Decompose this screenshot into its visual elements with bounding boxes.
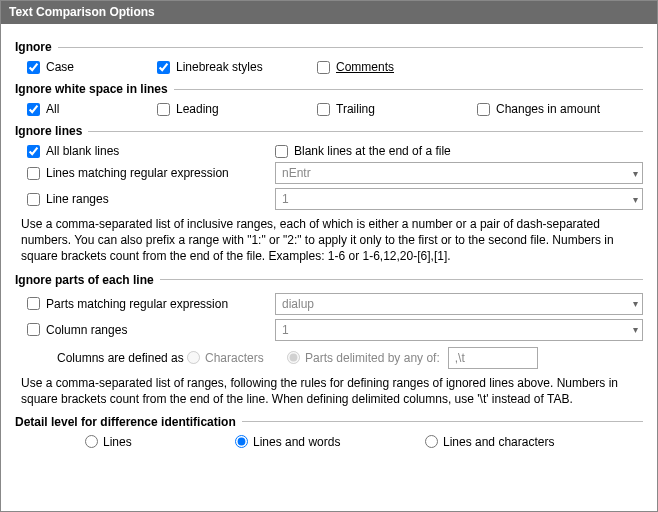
parts-regex-box[interactable] (27, 297, 40, 310)
divider (160, 279, 643, 280)
column-ranges-label: Column ranges (46, 323, 127, 337)
allblank-box[interactable] (27, 145, 40, 158)
ws-changes-label: Changes in amount (496, 102, 600, 116)
parts-delim-label: Parts delimited by any of: (305, 351, 440, 365)
window-title: Text Comparison Options (9, 5, 155, 19)
characters-radio-btn[interactable] (187, 351, 200, 364)
detail-lines-label: Lines (103, 435, 132, 449)
column-ranges-value: 1 (282, 323, 289, 337)
ws-leading-box[interactable] (157, 103, 170, 116)
ws-trailing-checkbox[interactable]: Trailing (317, 102, 477, 116)
lines-regex-checkbox[interactable]: Lines matching regular expression (27, 166, 275, 180)
detail-words-label: Lines and words (253, 435, 340, 449)
ws-trailing-box[interactable] (317, 103, 330, 116)
lines-regex-value: nEntr (282, 166, 311, 180)
ignoreparts-regex-row: Parts matching regular expression dialup… (27, 293, 643, 315)
characters-radio[interactable]: Characters (187, 351, 287, 365)
characters-label: Characters (205, 351, 264, 365)
columns-defined-label: Columns are defined as (27, 351, 187, 365)
section-ignore-header: Ignore (15, 40, 643, 54)
ignoreparts-ranges-row: Column ranges 1 ▾ (27, 319, 643, 341)
detail-chars-label: Lines and characters (443, 435, 554, 449)
detail-lines-btn[interactable] (85, 435, 98, 448)
whitespace-row: All Leading Trailing Changes in amount (27, 102, 643, 116)
blankend-checkbox[interactable]: Blank lines at the end of a file (275, 144, 451, 158)
ignorelines-regex-row: Lines matching regular expression nEntr … (27, 162, 643, 184)
section-ignoreparts-header: Ignore parts of each line (15, 273, 643, 287)
delim-textbox[interactable]: ,\t (448, 347, 538, 369)
blankend-box[interactable] (275, 145, 288, 158)
comments-checkbox[interactable]: Comments (317, 60, 394, 74)
divider (88, 131, 643, 132)
detail-words-radio[interactable]: Lines and words (235, 435, 425, 449)
line-ranges-label: Line ranges (46, 192, 109, 206)
delim-value: ,\t (455, 351, 465, 365)
lines-regex-label: Lines matching regular expression (46, 166, 229, 180)
parts-regex-combo[interactable]: dialup ▾ (275, 293, 643, 315)
section-whitespace-header: Ignore white space in lines (15, 82, 643, 96)
chevron-down-icon: ▾ (633, 324, 638, 335)
ignorelines-ranges-row: Line ranges 1 ▾ (27, 188, 643, 210)
section-detail-header: Detail level for difference identificati… (15, 415, 643, 429)
parts-regex-value: dialup (282, 297, 314, 311)
parts-delim-radio[interactable]: Parts delimited by any of: (287, 351, 440, 365)
case-checkbox[interactable]: Case (27, 60, 157, 74)
detail-lines-radio[interactable]: Lines (85, 435, 235, 449)
detail-row: Lines Lines and words Lines and characte… (85, 435, 643, 449)
linebreak-checkbox[interactable]: Linebreak styles (157, 60, 317, 74)
ws-changes-checkbox[interactable]: Changes in amount (477, 102, 600, 116)
ignoreparts-help: Use a comma-separated list of ranges, fo… (21, 375, 637, 407)
ws-leading-label: Leading (176, 102, 219, 116)
content-area: Ignore Case Linebreak styles Comments Ig… (1, 24, 657, 463)
lines-regex-combo[interactable]: nEntr ▾ (275, 162, 643, 184)
divider (58, 47, 643, 48)
lines-regex-box[interactable] (27, 167, 40, 180)
column-ranges-checkbox[interactable]: Column ranges (27, 323, 275, 337)
section-detail-label: Detail level for difference identificati… (15, 415, 236, 429)
column-ranges-combo[interactable]: 1 ▾ (275, 319, 643, 341)
column-ranges-box[interactable] (27, 323, 40, 336)
section-whitespace-label: Ignore white space in lines (15, 82, 168, 96)
parts-regex-label: Parts matching regular expression (46, 297, 228, 311)
case-label: Case (46, 60, 74, 74)
section-ignorelines-label: Ignore lines (15, 124, 82, 138)
comments-checkbox-box[interactable] (317, 61, 330, 74)
parts-regex-checkbox[interactable]: Parts matching regular expression (27, 297, 275, 311)
line-ranges-box[interactable] (27, 193, 40, 206)
section-ignoreparts-label: Ignore parts of each line (15, 273, 154, 287)
detail-words-btn[interactable] (235, 435, 248, 448)
line-ranges-combo[interactable]: 1 ▾ (275, 188, 643, 210)
divider (174, 89, 643, 90)
section-ignorelines-header: Ignore lines (15, 124, 643, 138)
ignorelines-row1: All blank lines Blank lines at the end o… (27, 144, 643, 158)
allblank-label: All blank lines (46, 144, 119, 158)
ws-leading-checkbox[interactable]: Leading (157, 102, 317, 116)
blankend-label: Blank lines at the end of a file (294, 144, 451, 158)
chevron-down-icon: ▾ (633, 194, 638, 205)
ws-all-box[interactable] (27, 103, 40, 116)
ws-changes-box[interactable] (477, 103, 490, 116)
case-checkbox-box[interactable] (27, 61, 40, 74)
linebreak-label: Linebreak styles (176, 60, 263, 74)
divider (242, 421, 643, 422)
ignorelines-help: Use a comma-separated list of inclusive … (21, 216, 637, 265)
ws-all-label: All (46, 102, 59, 116)
comments-label: Comments (336, 60, 394, 74)
allblank-checkbox[interactable]: All blank lines (27, 144, 275, 158)
window-titlebar: Text Comparison Options (1, 1, 657, 24)
detail-chars-radio[interactable]: Lines and characters (425, 435, 554, 449)
ignore-row: Case Linebreak styles Comments (27, 60, 643, 74)
parts-delim-radio-btn[interactable] (287, 351, 300, 364)
chevron-down-icon: ▾ (633, 298, 638, 309)
section-ignore-label: Ignore (15, 40, 52, 54)
chevron-down-icon: ▾ (633, 168, 638, 179)
line-ranges-checkbox[interactable]: Line ranges (27, 192, 275, 206)
ws-trailing-label: Trailing (336, 102, 375, 116)
detail-chars-btn[interactable] (425, 435, 438, 448)
columns-defined-row: Columns are defined as Characters Parts … (27, 347, 643, 369)
line-ranges-value: 1 (282, 192, 289, 206)
ws-all-checkbox[interactable]: All (27, 102, 157, 116)
linebreak-checkbox-box[interactable] (157, 61, 170, 74)
